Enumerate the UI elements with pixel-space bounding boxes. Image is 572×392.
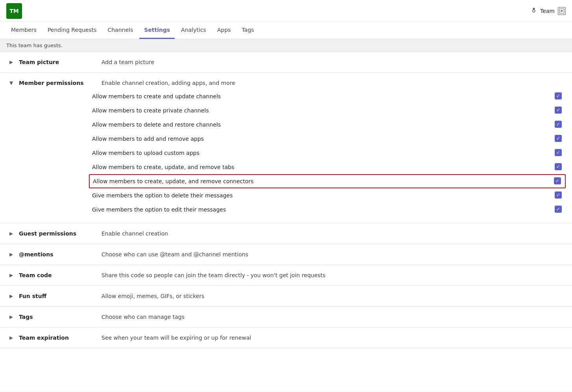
permission-create-update-channels: Allow members to create and update chann… [92, 89, 563, 103]
checkbox-create-update-remove-tabs[interactable] [555, 163, 563, 171]
checkbox-delete-restore-channels[interactable] [555, 121, 563, 129]
checkbox-checked-icon [555, 149, 562, 156]
section-team-picture-header[interactable]: ▶ Team picture Add a team picture [0, 52, 572, 72]
section-team-code: ▶ Team code Share this code so people ca… [0, 265, 572, 286]
section-tags-header[interactable]: ▶ Tags Choose who can manage tags [0, 307, 572, 327]
header-right: Team [531, 7, 566, 15]
checkbox-checked-icon [555, 121, 562, 128]
permission-upload-custom-apps-label: Allow members to upload custom apps [92, 150, 548, 156]
checkbox-checked-icon [554, 177, 561, 184]
tab-pending-requests[interactable]: Pending Requests [43, 22, 101, 39]
checkbox-create-private-channels[interactable] [555, 107, 563, 114]
permission-create-update-remove-tabs: Allow members to create, update, and rem… [92, 160, 563, 174]
checkbox-edit-messages[interactable] [555, 206, 563, 213]
section-tags: ▶ Tags Choose who can manage tags [0, 307, 572, 328]
team-expiration-desc: See when your team will be expiring or u… [101, 335, 251, 341]
permission-create-private-channels-label: Allow members to create private channels [92, 107, 548, 114]
team-code-title: Team code [19, 272, 98, 278]
team-square-icon [558, 7, 566, 15]
team-expiration-arrow: ▶ [9, 335, 15, 340]
section-mentions-header[interactable]: ▶ @mentions Choose who can use @team and… [0, 244, 572, 265]
team-icon [531, 7, 537, 15]
team-picture-desc: Add a team picture [101, 59, 154, 65]
checkbox-checked-icon [555, 163, 562, 170]
team-code-arrow: ▶ [9, 272, 15, 278]
checkbox-checked-icon [555, 191, 562, 199]
header: TM Team [0, 0, 572, 22]
section-guest-permissions: ▶ Guest permissions Enable channel creat… [0, 223, 572, 244]
permission-delete-restore-channels: Allow members to delete and restore chan… [92, 118, 563, 132]
guest-notice: This team has guests. [0, 39, 572, 52]
svg-point-0 [533, 10, 535, 12]
permission-add-remove-apps-label: Allow members to add and remove apps [92, 136, 548, 142]
tags-desc: Choose who can manage tags [101, 314, 185, 320]
checkbox-checked-icon [555, 92, 562, 99]
permission-add-remove-apps: Allow members to add and remove apps [92, 132, 563, 146]
permission-create-update-remove-tabs-label: Allow members to create, update, and rem… [92, 164, 548, 170]
section-team-expiration: ▶ Team expiration See when your team wil… [0, 328, 572, 348]
section-team-code-header[interactable]: ▶ Team code Share this code so people ca… [0, 265, 572, 285]
permission-edit-messages-label: Give members the option to edit their me… [92, 206, 548, 213]
section-member-permissions: ▼ Member permissions Enable channel crea… [0, 73, 572, 223]
checkbox-checked-icon [555, 206, 562, 213]
permission-delete-messages: Give members the option to delete their … [92, 188, 563, 202]
tab-settings[interactable]: Settings [139, 22, 175, 39]
permission-create-update-channels-label: Allow members to create and update chann… [92, 93, 548, 99]
checkbox-upload-custom-apps[interactable] [555, 149, 563, 157]
section-fun-stuff-header[interactable]: ▶ Fun stuff Allow emoji, memes, GIFs, or… [0, 286, 572, 306]
team-expiration-title: Team expiration [19, 335, 98, 341]
team-picture-arrow: ▶ [9, 59, 15, 65]
team-picture-title: Team picture [19, 59, 98, 65]
section-guest-permissions-header[interactable]: ▶ Guest permissions Enable channel creat… [0, 223, 572, 244]
checkbox-add-remove-apps[interactable] [555, 135, 563, 143]
avatar: TM [6, 3, 22, 19]
section-mentions: ▶ @mentions Choose who can use @team and… [0, 244, 572, 265]
tags-arrow: ▶ [9, 314, 15, 320]
tab-tags[interactable]: Tags [237, 22, 259, 39]
fun-stuff-desc: Allow emoji, memes, GIFs, or stickers [101, 293, 205, 299]
checkbox-create-update-remove-connectors[interactable] [554, 177, 562, 185]
mentions-arrow: ▶ [9, 252, 15, 257]
team-label: Team [540, 8, 555, 14]
permission-create-update-remove-connectors-label: Allow members to create, update, and rem… [93, 178, 548, 184]
checkbox-create-update-channels[interactable] [555, 92, 563, 100]
member-permissions-desc: Enable channel creation, adding apps, an… [101, 80, 235, 86]
main-content: ▶ Team picture Add a team picture ▼ Memb… [0, 52, 572, 392]
fun-stuff-title: Fun stuff [19, 293, 98, 299]
section-team-expiration-header[interactable]: ▶ Team expiration See when your team wil… [0, 328, 572, 348]
mentions-desc: Choose who can use @team and @channel me… [101, 251, 248, 258]
permission-create-update-remove-connectors: Allow members to create, update, and rem… [89, 174, 566, 188]
nav-tabs: Members Pending Requests Channels Settin… [0, 22, 572, 39]
permission-delete-messages-label: Give members the option to delete their … [92, 192, 548, 199]
guest-permissions-arrow: ▶ [9, 231, 15, 236]
team-code-desc: Share this code so people can join the t… [101, 272, 325, 278]
section-member-permissions-header[interactable]: ▼ Member permissions Enable channel crea… [0, 73, 572, 89]
fun-stuff-arrow: ▶ [9, 293, 15, 299]
mentions-title: @mentions [19, 251, 98, 258]
guest-permissions-title: Guest permissions [19, 230, 98, 237]
guest-permissions-desc: Enable channel creation [101, 230, 168, 237]
permission-rows: Allow members to create and update chann… [0, 89, 572, 223]
tab-apps[interactable]: Apps [212, 22, 236, 39]
tab-members[interactable]: Members [6, 22, 41, 39]
tab-analytics[interactable]: Analytics [176, 22, 211, 39]
checkbox-checked-icon [555, 135, 562, 142]
permission-delete-restore-channels-label: Allow members to delete and restore chan… [92, 121, 548, 128]
section-fun-stuff: ▶ Fun stuff Allow emoji, memes, GIFs, or… [0, 286, 572, 307]
checkbox-delete-messages[interactable] [555, 191, 563, 199]
permission-upload-custom-apps: Allow members to upload custom apps [92, 146, 563, 160]
checkbox-checked-icon [555, 107, 562, 114]
member-permissions-title: Member permissions [19, 80, 98, 86]
tags-title: Tags [19, 314, 98, 320]
tab-channels[interactable]: Channels [103, 22, 138, 39]
section-team-picture: ▶ Team picture Add a team picture [0, 52, 572, 73]
permission-edit-messages: Give members the option to edit their me… [92, 202, 563, 217]
member-permissions-arrow: ▼ [9, 80, 15, 86]
permission-create-private-channels: Allow members to create private channels [92, 103, 563, 118]
